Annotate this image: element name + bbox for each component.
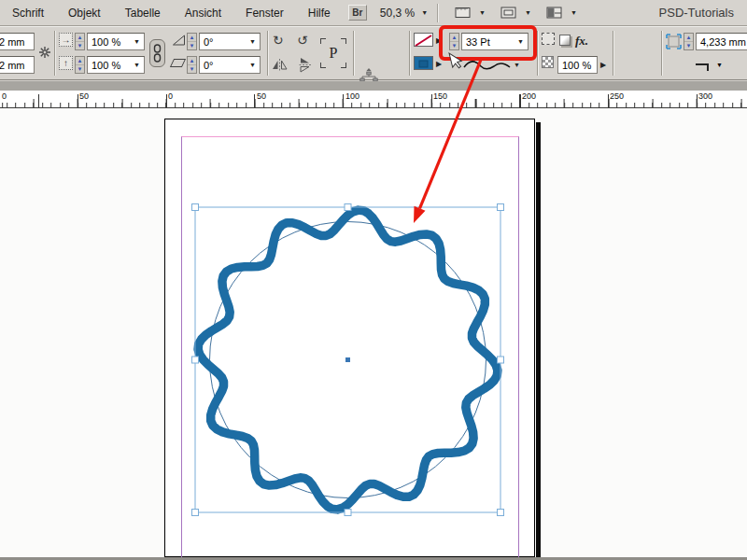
chain-icon — [153, 44, 162, 63]
ruler-gap — [0, 81, 747, 91]
menu-item-ansicht[interactable]: Ansicht — [173, 0, 233, 25]
view-options-icon — [455, 6, 472, 20]
shear-stepper[interactable]: ▲▼ — [187, 56, 197, 74]
corner-radius-field[interactable]: 4,233 mm — [696, 33, 747, 50]
zoom-level-combo[interactable]: 50,3 % ▼ — [380, 7, 428, 20]
indesign-window: SchriftObjektTabelleAnsichtFensterHilfe … — [0, 0, 747, 560]
ruler-label: 0 — [2, 91, 7, 101]
opacity-field[interactable]: 100 % — [557, 56, 598, 74]
corner-radius-stepper[interactable]: ▲▼ — [684, 33, 694, 50]
opacity-checker-icon — [542, 56, 554, 68]
height-field[interactable]: 2 mm — [0, 56, 35, 74]
height-value: 2 mm — [0, 60, 25, 71]
ruler-label: 200 — [522, 91, 536, 101]
transparency-settings-icon[interactable] — [542, 33, 555, 45]
chevron-down-icon: ▼ — [571, 9, 577, 16]
arrow-down-icon[interactable]: ▼ — [188, 65, 196, 73]
stroke-type-dropdown[interactable]: ▼ — [461, 56, 529, 74]
ruler-label: 100 — [345, 91, 359, 101]
arrow-up-icon[interactable]: ▲ — [684, 34, 693, 42]
workspace-label[interactable]: PSD-Tutorials — [659, 6, 734, 20]
bracket-corner-icon — [320, 38, 326, 44]
select-container-button[interactable]: P — [320, 35, 346, 71]
constrain-proportions-icon[interactable] — [38, 46, 51, 63]
opacity-value: 100 % — [562, 60, 591, 71]
document-canvas[interactable] — [0, 108, 747, 557]
arrow-up-icon[interactable]: ▲ — [188, 57, 196, 65]
ruler-label: 300 — [698, 91, 712, 101]
arrow-down-icon[interactable]: ▼ — [188, 42, 196, 49]
wavy-stroke-preview-icon — [461, 58, 514, 73]
stroke-swatch[interactable] — [414, 56, 433, 70]
rotation-value: 0° — [204, 36, 214, 48]
scale-y-value: 100 % — [92, 60, 120, 71]
corner-style-icon — [696, 63, 709, 71]
divider — [661, 31, 662, 76]
shear-angle-field[interactable]: 0°▼ — [199, 56, 261, 74]
divider — [613, 31, 613, 76]
bracket-corner-icon — [341, 63, 346, 68]
menu-item-hilfe[interactable]: Hilfe — [296, 0, 343, 25]
stroke-weight-field[interactable]: 33 Pt▼ — [461, 33, 529, 50]
scale-x-field[interactable]: 100 %▼ — [87, 33, 145, 50]
divider — [54, 31, 55, 76]
container-label: P — [330, 45, 338, 62]
menu-item-objekt[interactable]: Objekt — [56, 0, 113, 25]
margin-guides — [181, 136, 519, 557]
horizontal-ruler[interactable]: 050050100150200250300 — [0, 91, 747, 108]
arrow-down-icon[interactable]: ▼ — [450, 42, 458, 49]
corner-style-dropdown[interactable]: ▼ — [696, 56, 739, 74]
view-options-button[interactable]: ▼ — [455, 6, 486, 20]
scale-x-stepper[interactable]: ▲▼ — [75, 33, 85, 50]
flip-horizontal-button[interactable] — [272, 58, 288, 75]
divider — [267, 31, 268, 76]
fill-swatch-none[interactable] — [414, 33, 433, 47]
arrow-up-icon[interactable]: ▲ — [76, 57, 84, 65]
none-diagonal-icon — [415, 35, 432, 47]
chevron-down-icon: ▼ — [130, 38, 140, 45]
arrow-up-icon[interactable]: ▲ — [450, 34, 458, 42]
scale-y-stepper[interactable]: ▲▼ — [75, 56, 85, 74]
width-field[interactable]: 2 mm — [0, 33, 35, 50]
ruler-label: 50 — [79, 91, 89, 101]
rotation-stepper[interactable]: ▲▼ — [187, 33, 197, 50]
width-value: 2 mm — [0, 36, 25, 48]
screen-mode-button[interactable]: ▼ — [500, 6, 531, 20]
effects-button[interactable]: fx. — [575, 34, 588, 49]
corner-options-icon — [666, 34, 682, 53]
menu-item-fenster[interactable]: Fenster — [233, 0, 296, 25]
rotation-angle-icon — [172, 33, 186, 51]
drop-shadow-button[interactable] — [559, 35, 571, 46]
rotate-counterclockwise-button[interactable]: ↺ — [297, 33, 308, 48]
bridge-button[interactable]: Br — [348, 5, 367, 21]
menu-item-schrift[interactable]: Schrift — [0, 0, 56, 25]
link-scales-button[interactable] — [149, 39, 165, 67]
scale-x-value: 100 % — [92, 36, 120, 48]
shear-value: 0° — [204, 60, 214, 71]
arrow-down-icon[interactable]: ▼ — [76, 42, 84, 49]
opacity-flyout-icon[interactable]: ▶ — [600, 61, 606, 69]
arrow-up-icon[interactable]: ▲ — [76, 34, 84, 42]
chevron-down-icon: ▼ — [525, 9, 531, 16]
chevron-down-icon: ▼ — [246, 38, 256, 45]
arrow-up-icon[interactable]: ▲ — [188, 34, 196, 42]
fill-flyout-icon[interactable]: ▶ — [436, 36, 442, 45]
chevron-down-icon: ▼ — [479, 9, 486, 16]
flip-vertical-button[interactable] — [297, 58, 313, 75]
scale-x-icon: → — [59, 33, 73, 47]
scale-y-field[interactable]: 100 %▼ — [87, 56, 145, 74]
divider — [409, 31, 410, 76]
rotation-angle-field[interactable]: 0°▼ — [199, 33, 261, 50]
arrow-down-icon[interactable]: ▼ — [684, 42, 693, 49]
menu-item-tabelle[interactable]: Tabelle — [113, 0, 173, 25]
chevron-down-icon: ▼ — [514, 38, 524, 45]
stroke-weight-stepper[interactable]: ▲▼ — [449, 33, 459, 50]
arrow-down-icon[interactable]: ▼ — [76, 65, 84, 73]
rotate-clockwise-button[interactable]: ↻ — [273, 33, 284, 48]
arrange-documents-button[interactable]: ▼ — [546, 6, 577, 20]
bracket-corner-icon — [341, 38, 346, 44]
divider — [437, 4, 438, 22]
menu-items: SchriftObjektTabelleAnsichtFensterHilfe — [0, 0, 343, 25]
stroke-flyout-icon[interactable]: ▶ — [436, 60, 442, 68]
shear-angle-icon — [172, 56, 184, 67]
